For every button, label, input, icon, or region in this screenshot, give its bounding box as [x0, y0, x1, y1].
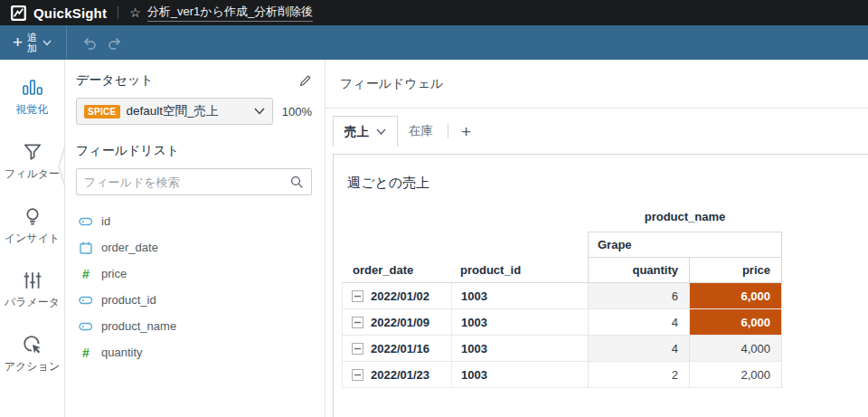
field-item-order-date[interactable]: order_date	[76, 234, 312, 261]
topbar-divider	[118, 6, 118, 19]
field-wells-bar[interactable]: フィールドウェル	[326, 60, 868, 109]
table-row: 2022/01/16 1003 4 4,000	[342, 336, 782, 362]
field-list: id order_date # price	[76, 208, 312, 365]
add-sheet-button[interactable]: +	[452, 123, 480, 140]
sheet-tab-bar: 売上 在庫 +	[326, 109, 868, 147]
edit-dataset-pencil-icon[interactable]	[298, 74, 312, 88]
chevron-down-icon	[254, 108, 265, 115]
field-item-price[interactable]: # price	[76, 261, 312, 287]
chevron-down-icon	[42, 40, 52, 46]
pivot-visual-container[interactable]: 週ごとの売上 product_name Grape order_date pro…	[333, 154, 868, 417]
column-header-price[interactable]: price	[689, 258, 782, 283]
top-bar: QuickSight ☆ 分析_ver1から作成_分析削除後	[0, 0, 868, 25]
bar-chart-icon	[22, 78, 43, 98]
plus-icon: +	[13, 33, 23, 51]
app-name: QuickSight	[33, 5, 107, 21]
field-list-title: フィールドリスト	[76, 143, 312, 159]
undo-icon[interactable]	[81, 36, 98, 50]
collapse-minus-icon[interactable]	[352, 317, 363, 328]
field-item-quantity[interactable]: # quantity	[76, 339, 312, 365]
string-field-icon	[79, 214, 93, 229]
add-button[interactable]: + 追加	[0, 25, 61, 60]
collapse-minus-icon[interactable]	[352, 343, 363, 355]
left-nav-rail: 視覚化 フィルター インサイト	[0, 60, 65, 417]
sidebar-item-actions[interactable]: アクション	[5, 335, 60, 374]
sliders-icon	[23, 270, 42, 290]
field-search-input[interactable]	[84, 175, 290, 189]
sidebar-item-insights[interactable]: インサイト	[5, 206, 60, 246]
date-field-icon	[79, 241, 93, 255]
number-field-icon: #	[79, 346, 93, 360]
sidebar-item-visualize[interactable]: 視覚化	[16, 78, 49, 118]
action-cursor-icon	[23, 335, 42, 355]
chevron-down-icon	[376, 128, 386, 136]
tab-inventory[interactable]: 在庫	[398, 116, 444, 147]
price-cell: 6,000	[689, 283, 782, 309]
sidebar-item-parameters[interactable]: パラメータ	[5, 270, 60, 310]
pivot-column-value[interactable]: Grape	[588, 232, 782, 258]
table-row: 2022/01/23 1003 2 2,000	[342, 362, 782, 388]
collapse-minus-icon[interactable]	[352, 369, 363, 381]
search-icon	[290, 175, 304, 189]
quicksight-logo-icon[interactable]	[11, 5, 26, 21]
price-cell: 4,000	[689, 336, 782, 362]
panel-collapse-handle[interactable]	[58, 146, 66, 187]
field-search-box	[76, 168, 312, 195]
favorite-star-icon[interactable]: ☆	[129, 6, 141, 19]
dataset-panel: データセット SPICE default空間_売上	[65, 60, 326, 417]
field-item-product-id[interactable]: product_id	[76, 287, 312, 313]
column-header-product-id[interactable]: product_id	[451, 258, 588, 283]
dataset-panel-title: データセット	[76, 72, 154, 89]
string-field-icon	[79, 319, 93, 334]
column-header-order-date[interactable]: order_date	[342, 258, 451, 283]
tab-separator	[448, 124, 448, 138]
lightbulb-icon	[23, 206, 42, 226]
dataset-name: default空間_売上	[127, 103, 219, 119]
price-cell: 2,000	[689, 362, 782, 388]
toolbar: + 追加	[0, 25, 868, 60]
redo-icon[interactable]	[107, 36, 123, 50]
quicksight-app: QuickSight ☆ 分析_ver1から作成_分析削除後 + 追加	[0, 0, 868, 417]
tab-sales[interactable]: 売上	[333, 116, 398, 147]
column-header-quantity[interactable]: quantity	[588, 258, 689, 283]
analysis-title: 分析_ver1から作成_分析削除後	[147, 4, 313, 22]
pivot-column-dimension: product_name	[588, 202, 782, 232]
table-row: 2022/01/02 1003 6 6,000	[342, 283, 782, 309]
field-item-id[interactable]: id	[76, 208, 312, 234]
collapse-minus-icon[interactable]	[352, 290, 363, 302]
price-cell: 6,000	[689, 309, 782, 336]
visual-title: 週ごとの売上	[347, 175, 429, 192]
table-row: 2022/01/09 1003 4 6,000	[342, 309, 782, 336]
number-field-icon: #	[79, 267, 93, 281]
main-area: フィールドウェル 売上 在庫 + 週ごとの売上	[326, 60, 868, 417]
ingestion-percentage: 100%	[282, 105, 312, 118]
pivot-table: product_name Grape order_date product_id…	[342, 202, 782, 388]
string-field-icon	[79, 293, 93, 308]
add-button-label: 追加	[27, 32, 38, 53]
sheet-canvas: 週ごとの売上 product_name Grape order_date pro…	[326, 147, 868, 417]
field-item-product-name[interactable]: product_name	[76, 313, 312, 339]
sidebar-item-filter[interactable]: フィルター	[5, 142, 60, 182]
spice-badge: SPICE	[84, 105, 120, 118]
filter-funnel-icon	[23, 142, 42, 162]
dataset-dropdown[interactable]: SPICE default空間_売上	[76, 98, 273, 125]
